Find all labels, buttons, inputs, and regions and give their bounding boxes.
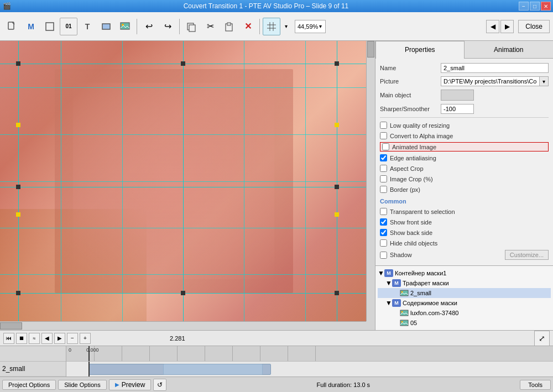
cb-shadow[interactable] — [380, 252, 387, 259]
cb-low-quality[interactable] — [380, 122, 387, 129]
copy-style-icon — [186, 21, 197, 32]
tree-expand-2[interactable]: ▼ — [385, 279, 392, 287]
toolbar-btn-1[interactable] — [3, 18, 21, 35]
transport-stop[interactable]: ⏹ — [16, 333, 27, 344]
scroll-right[interactable] — [366, 41, 375, 321]
image-tree-icon-2 — [400, 309, 409, 317]
transport-wave[interactable]: ≈ — [29, 333, 40, 344]
tree-item-luxfon[interactable]: luxfon.com-37480 — [378, 308, 551, 318]
transport-plus[interactable]: + — [80, 333, 91, 344]
main-object-label: Main object — [380, 92, 441, 98]
transport-fwd[interactable]: ▶ — [54, 333, 65, 344]
cb-aspect-label: Aspect Crop — [390, 165, 424, 172]
ruler-0: 0 — [69, 347, 71, 353]
tree-item-mask-content[interactable]: ▼ М Содержимое маски — [378, 298, 551, 308]
tree-item-2small[interactable]: 2_small — [378, 288, 551, 298]
transport-back[interactable]: ◀ — [41, 333, 53, 344]
tree-expand-4[interactable]: ▼ — [385, 299, 392, 307]
cb-low-quality-row: Low quality of resizing — [380, 121, 549, 129]
toolbar-btn-rect[interactable] — [97, 18, 115, 35]
toolbar-cut[interactable]: ✂ — [201, 18, 219, 35]
transport-minus[interactable]: − — [67, 333, 78, 344]
timeline-clip-block-2[interactable] — [163, 364, 263, 375]
cb-hide-child-row: Hide child objects — [380, 239, 549, 247]
scroll-thumb-bottom[interactable] — [0, 322, 22, 330]
sharper-input[interactable] — [441, 104, 474, 114]
cb-shadow-row: Shadow Customize... — [380, 249, 549, 260]
timeline-layer-name: 2_small — [2, 365, 25, 373]
toolbar-btn-img[interactable] — [116, 18, 134, 35]
name-row: Name — [380, 63, 549, 73]
tree-icon-img3 — [400, 319, 409, 327]
scroll-bottom[interactable] — [0, 321, 366, 330]
cb-edge-antialiasing[interactable] — [380, 154, 387, 161]
toolbar-btn-text[interactable]: T — [79, 18, 96, 35]
tools-btn[interactable]: Tools — [520, 380, 551, 390]
close-window-button[interactable]: ✕ — [541, 2, 551, 11]
tree-expand-1[interactable]: ▼ — [378, 269, 384, 277]
timeline-content[interactable]: 0 0.000 — [66, 346, 553, 377]
transport-expand-btn[interactable]: ⤢ — [534, 331, 550, 346]
tree-item-container[interactable]: ▼ М Контейнер маски1 — [378, 268, 551, 278]
cb-image-crop[interactable] — [380, 175, 387, 182]
cb-hide-child[interactable] — [380, 239, 387, 247]
cb-border[interactable] — [380, 186, 387, 193]
picture-input[interactable] — [441, 76, 540, 86]
window-controls: − □ ✕ — [519, 2, 551, 11]
cb-convert-alpha[interactable] — [380, 132, 387, 139]
toolbar-btn-m[interactable]: M — [22, 18, 40, 35]
preview-btn[interactable]: ▶ Preview — [109, 379, 152, 390]
rect-icon — [101, 21, 112, 32]
canvas-area[interactable] — [0, 41, 375, 330]
ruler-mark-8 — [288, 346, 288, 361]
tab-animation[interactable]: Animation — [465, 41, 554, 58]
image-tree-icon-3 — [400, 319, 409, 327]
zoom-dropdown-btn[interactable]: ▾ — [318, 23, 323, 29]
close-panel-btn[interactable]: Close — [518, 20, 550, 33]
toolbar-btn-frame[interactable] — [41, 18, 59, 35]
picture-row: Picture ▾ — [380, 76, 549, 86]
toolbar-btn-num[interactable]: 01 — [60, 18, 77, 35]
slide-options-btn[interactable]: Slide Options — [58, 380, 106, 390]
name-input[interactable] — [441, 63, 549, 73]
scroll-thumb-right[interactable] — [367, 41, 374, 58]
minimize-button[interactable]: − — [519, 2, 529, 11]
tree-item-stencil[interactable]: ▼ М Трафарет маски — [378, 278, 551, 288]
picture-input-wrapper: ▾ — [441, 76, 549, 86]
toolbar-redo[interactable]: ↪ — [159, 18, 176, 35]
toolbar-grid-dropdown[interactable]: ▾ — [281, 18, 290, 35]
sharper-label: Sharper/Smoother — [380, 106, 441, 112]
toolbar-separator-3 — [259, 19, 260, 34]
toolbar-undo[interactable]: ↩ — [140, 18, 158, 35]
title-bar: 🎬 Couvert Transition 1 - PTE AV Studio P… — [0, 0, 553, 12]
nav-next-btn[interactable]: ▶ — [500, 20, 514, 33]
cb-transparent-label: Transparent to selection — [390, 208, 455, 215]
toolbar-separator-2 — [179, 19, 180, 34]
toolbar-copy-style[interactable] — [182, 18, 200, 35]
tab-properties[interactable]: Properties — [375, 41, 465, 59]
transport-rewind[interactable]: ⏮ — [3, 333, 14, 344]
cb-show-front[interactable] — [380, 218, 387, 226]
status-bar: Project Options Slide Options ▶ Preview … — [0, 377, 553, 392]
main-object-color-box[interactable] — [441, 90, 474, 101]
cb-animated-image[interactable] — [382, 143, 389, 150]
tree-item-05[interactable]: 05 — [378, 318, 551, 328]
maximize-button[interactable]: □ — [530, 2, 540, 11]
ruler-mark-6 — [232, 346, 233, 361]
customize-btn[interactable]: Customize... — [505, 250, 549, 260]
cb-aspect-crop[interactable] — [380, 165, 387, 172]
duration-label: Full duration: 13.0 s — [169, 381, 518, 388]
cb-transparent[interactable] — [380, 208, 387, 215]
cb-show-back[interactable] — [380, 229, 387, 236]
guide-v-2 — [337, 41, 337, 321]
picture-browse-btn[interactable]: ▾ — [540, 76, 549, 86]
tree-label-1: Контейнер маски1 — [395, 270, 446, 276]
preview-extra-btn[interactable]: ↺ — [153, 379, 166, 391]
project-options-btn[interactable]: Project Options — [2, 380, 56, 390]
scroll-corner — [366, 321, 375, 330]
toolbar-grid[interactable] — [263, 18, 280, 35]
toolbar-delete[interactable]: ✕ — [239, 18, 257, 35]
toolbar-paste[interactable] — [220, 18, 238, 35]
nav-prev-btn[interactable]: ◀ — [486, 20, 499, 33]
timeline-track[interactable] — [66, 362, 553, 377]
